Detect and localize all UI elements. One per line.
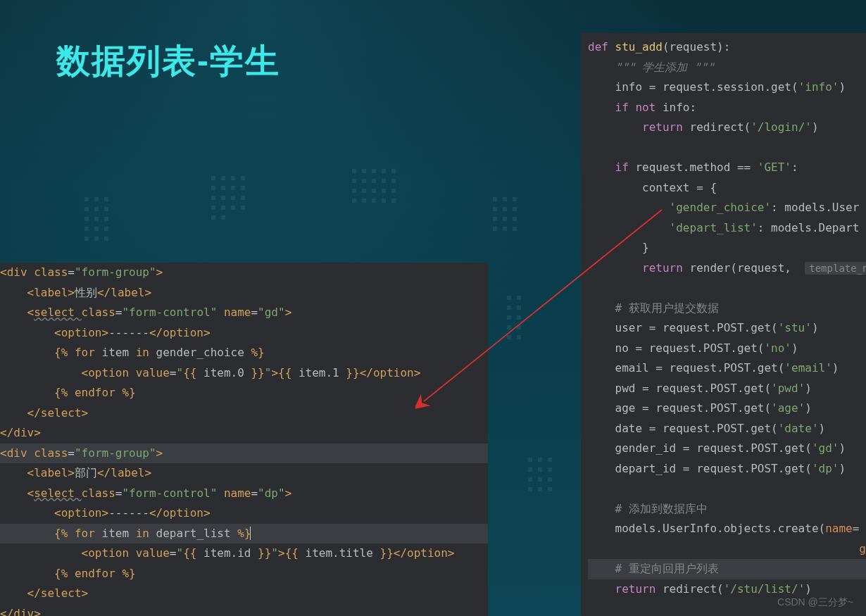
python-view-code[interactable]: def stu_add(request): """ 学生添加 """ info … <box>581 33 866 599</box>
slide-title: 数据列表-学生 <box>56 39 280 84</box>
html-template-code[interactable]: <div class="form-group"> <label>性别</labe… <box>0 263 488 616</box>
watermark: CSDN @三分梦~ <box>777 596 853 609</box>
right-code-panel[interactable]: def stu_add(request): """ 学生添加 """ info … <box>581 33 866 616</box>
left-code-panel[interactable]: <div class="form-group"> <label>性别</labe… <box>0 263 488 616</box>
